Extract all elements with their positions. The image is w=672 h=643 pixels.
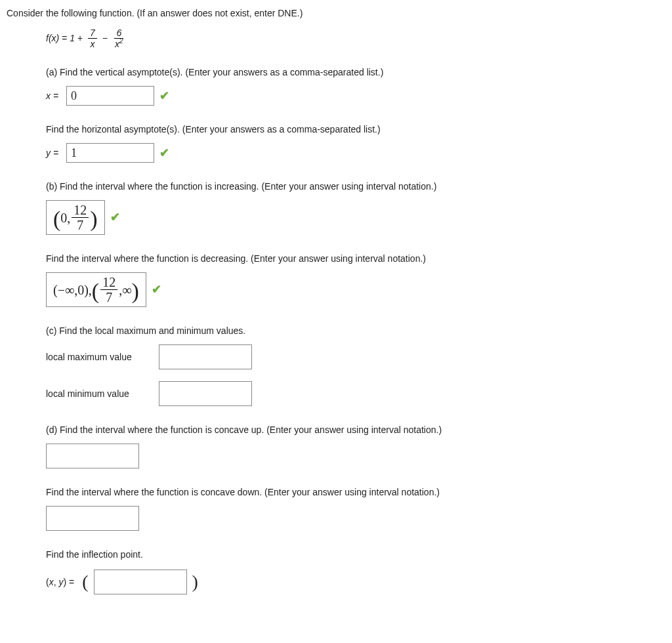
local-max-label: local maximum value — [46, 350, 151, 364]
tuple-close-paren: ) — [192, 568, 198, 596]
concave-down-input[interactable] — [46, 506, 139, 531]
tuple-open-paren: ( — [82, 568, 88, 596]
check-icon: ✔ — [110, 209, 120, 226]
part-a-horizontal-prompt: Find the horizontal asymptote(s). (Enter… — [46, 123, 665, 136]
part-c-prompt: (c) Find the local maximum and minimum v… — [46, 324, 665, 338]
intro-text: Consider the following function. (If an … — [7, 7, 665, 20]
decreasing-interval-input[interactable]: (−∞,0), ( 12 7 ,∞ ) — [46, 272, 146, 307]
y-equals-label: y = — [46, 146, 58, 160]
horizontal-asymptote-input[interactable]: 1 — [66, 143, 154, 163]
part-b-increasing-prompt: (b) Find the interval where the function… — [46, 180, 665, 194]
x-equals-label: x = — [46, 89, 58, 103]
check-icon: ✔ — [159, 87, 169, 105]
inflection-label: (x, y) = — [46, 575, 74, 589]
local-max-input[interactable] — [159, 344, 252, 369]
part-d-concave-down-prompt: Find the interval where the function is … — [46, 486, 665, 499]
vertical-asymptote-input[interactable]: 0 — [66, 86, 154, 106]
check-icon: ✔ — [152, 281, 161, 299]
part-d-concave-up-prompt: (d) Find the interval where the function… — [46, 423, 665, 437]
part-a-vertical-prompt: (a) Find the vertical asymptote(s). (Ent… — [46, 66, 665, 79]
part-b-decreasing-prompt: Find the interval where the function is … — [46, 252, 665, 266]
inflection-prompt: Find the inflection point. — [46, 548, 665, 562]
check-icon: ✔ — [159, 144, 169, 162]
function-definition: f(x) = 1 + 7 x − 6 x2 — [46, 28, 127, 49]
local-min-label: local minimum value — [46, 387, 151, 401]
concave-up-input[interactable] — [46, 444, 139, 468]
increasing-interval-input[interactable]: ( 0, 12 7 ) — [46, 200, 105, 235]
local-min-input[interactable] — [159, 381, 252, 406]
inflection-point-input[interactable] — [94, 570, 187, 594]
